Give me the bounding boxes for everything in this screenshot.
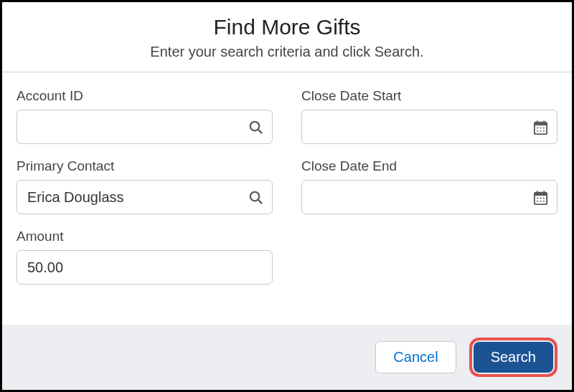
svg-point-20 <box>537 197 538 199</box>
dialog-title: Find More Gifts <box>17 15 557 39</box>
svg-line-1 <box>258 129 261 133</box>
svg-line-14 <box>258 199 261 203</box>
amount-field: Amount <box>17 229 273 285</box>
svg-point-13 <box>250 191 258 200</box>
close-date-end-label: Close Date End <box>301 158 557 174</box>
dialog-footer: Cancel Search <box>2 325 572 390</box>
calendar-icon[interactable] <box>524 181 557 214</box>
svg-point-9 <box>542 127 544 128</box>
svg-point-25 <box>542 200 544 201</box>
primary-contact-input[interactable] <box>17 181 239 214</box>
close-date-end-input-wrap <box>301 180 557 214</box>
svg-point-8 <box>540 127 541 128</box>
search-button-highlight: Search <box>469 338 557 377</box>
svg-point-21 <box>540 197 541 199</box>
close-date-end-input[interactable] <box>302 181 524 214</box>
cancel-button[interactable]: Cancel <box>375 341 456 373</box>
svg-point-12 <box>542 130 544 131</box>
account-id-label: Account ID <box>17 88 273 104</box>
primary-contact-field: Primary Contact <box>17 158 273 214</box>
close-date-start-input-wrap <box>301 110 557 144</box>
amount-label: Amount <box>17 229 273 244</box>
svg-point-7 <box>537 127 538 128</box>
account-id-input-wrap <box>17 110 273 144</box>
close-date-end-field: Close Date End <box>301 158 557 214</box>
close-date-start-field: Close Date Start <box>301 88 557 144</box>
close-date-start-input[interactable] <box>302 110 524 143</box>
dialog-subtitle: Enter your search criteria and click Sea… <box>17 44 557 60</box>
account-id-input[interactable] <box>17 110 239 143</box>
primary-contact-input-wrap <box>17 180 273 214</box>
svg-point-10 <box>537 130 538 131</box>
primary-contact-label: Primary Contact <box>17 158 273 174</box>
amount-input-wrap <box>17 250 273 285</box>
amount-input[interactable] <box>17 251 272 284</box>
search-button[interactable]: Search <box>474 342 553 373</box>
svg-point-24 <box>540 200 541 201</box>
search-icon[interactable] <box>239 110 272 143</box>
svg-point-22 <box>542 197 544 199</box>
svg-point-23 <box>537 200 538 201</box>
account-id-field: Account ID <box>17 88 273 144</box>
search-form: Account ID Close Date Start <box>2 72 572 325</box>
svg-rect-16 <box>534 196 546 204</box>
search-icon[interactable] <box>239 181 272 214</box>
calendar-icon[interactable] <box>524 110 557 143</box>
svg-point-0 <box>250 121 258 130</box>
svg-point-11 <box>540 130 541 131</box>
dialog-header: Find More Gifts Enter your search criter… <box>2 2 572 72</box>
svg-rect-3 <box>534 125 546 134</box>
close-date-start-label: Close Date Start <box>301 88 557 104</box>
